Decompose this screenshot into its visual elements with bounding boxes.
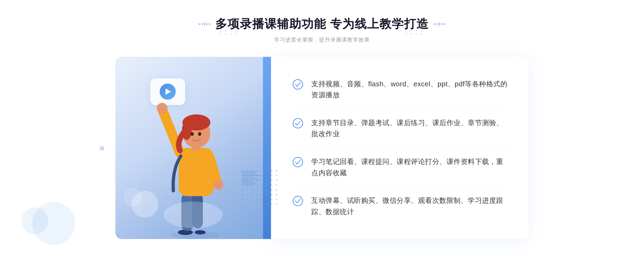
svg-point-2	[195, 230, 206, 234]
check-icon-2	[292, 118, 303, 129]
svg-point-19	[293, 196, 303, 206]
feature-text-1: 支持视频、音频、flash、word、excel、ppt、pdf等各种格式的资源…	[311, 79, 510, 101]
main-content: » 支持视频、音频、flash、word、excel、ppt、pdf等各种格式的…	[115, 57, 529, 239]
page-subtitle: 学习进度全掌握，提升录播课教学效果	[199, 36, 445, 43]
feature-item-3: 学习笔记回看、课程提问、课程评论打分、课件资料下载，重点内容收藏	[292, 149, 510, 186]
sparkle-dots	[186, 72, 194, 76]
svg-point-16	[293, 80, 303, 89]
svg-point-18	[293, 157, 303, 167]
check-icon-3	[292, 157, 303, 167]
feature-text-4: 互动弹幕、试听购买、微信分享、观看次数限制、学习进度跟踪、数据统计	[311, 195, 510, 217]
svg-point-17	[293, 118, 303, 128]
illustration-panel: »	[115, 57, 271, 239]
title-decorator-left	[199, 22, 210, 26]
svg-point-9	[214, 180, 223, 190]
svg-point-15	[198, 132, 201, 136]
feature-item-2: 支持章节目录、弹题考试、课后练习、课后作业、章节测验、批改作业	[292, 110, 510, 147]
title-decorator-right	[434, 22, 445, 26]
ground-circle	[164, 202, 223, 228]
chevron-left-icon: »	[99, 142, 105, 154]
page-wrapper: 多项录播课辅助功能 专为线上教学打造 学习进度全掌握，提升录播课教学效果	[0, 0, 644, 261]
svg-point-0	[171, 231, 219, 239]
header: 多项录播课辅助功能 专为线上教学打造 学习进度全掌握，提升录播课教学效果	[199, 16, 445, 43]
svg-point-7	[157, 103, 167, 114]
shape-circle-2	[123, 188, 142, 207]
check-icon-1	[292, 79, 303, 90]
features-panel: 支持视频、音频、flash、word、excel、ppt、pdf等各种格式的资源…	[271, 57, 529, 239]
title-row: 多项录播课辅助功能 专为线上教学打造	[199, 16, 445, 32]
feature-item-4: 互动弹幕、试听购买、微信分享、观看次数限制、学习进度跟踪、数据统计	[292, 188, 510, 225]
svg-point-14	[191, 132, 194, 136]
blue-side-bar	[263, 57, 271, 239]
page-title: 多项录播课辅助功能 专为线上教学打造	[215, 16, 429, 32]
illus-dot-grid	[242, 170, 279, 207]
feature-text-2: 支持章节目录、弹题考试、课后练习、课后作业、章节测验、批改作业	[311, 117, 510, 140]
check-icon-4	[292, 196, 303, 206]
feature-text-3: 学习笔记回看、课程提问、课程评论打分、课件资料下载，重点内容收藏	[311, 156, 510, 178]
accent-circle-2	[21, 207, 48, 234]
feature-item-1: 支持视频、音频、flash、word、excel、ppt、pdf等各种格式的资源…	[292, 71, 510, 109]
